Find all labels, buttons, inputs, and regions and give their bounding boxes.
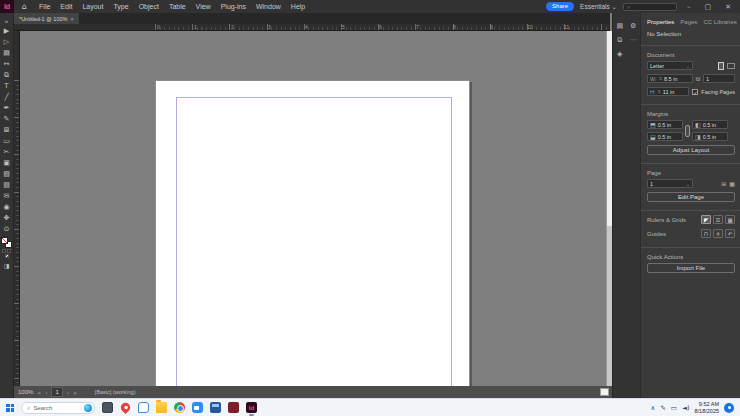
previous-page-icon[interactable]: ‹ <box>45 389 47 396</box>
pages-panel-icon[interactable]: ▤ <box>616 23 623 30</box>
clear-guides-icon[interactable]: ↶ <box>725 229 735 238</box>
close-button[interactable]: ✕ <box>721 3 735 11</box>
overflow-icon[interactable]: ⋯ <box>630 37 637 44</box>
indesign-taskbar-icon[interactable]: Id <box>246 402 257 413</box>
margin-inside-field[interactable]: ◧ 0.5 in <box>692 120 728 129</box>
app-search-input[interactable]: ⌕ <box>623 3 677 11</box>
rectangle-frame-tool[interactable]: ⊠ <box>1 125 13 136</box>
menu-type[interactable]: Type <box>108 3 133 10</box>
screen-mode-icon[interactable]: ◨ <box>1 260 13 271</box>
minimize-button[interactable]: – <box>683 3 695 11</box>
rulers-toggle-icon[interactable]: ◤ <box>701 215 711 224</box>
type-tool[interactable]: T <box>1 81 13 92</box>
import-file-button[interactable]: Import File <box>647 263 735 273</box>
content-collector-tool[interactable]: ⧉ <box>1 70 13 81</box>
gear-icon[interactable]: ⚙ <box>630 23 636 30</box>
links-panel-icon[interactable]: ⧉ <box>617 37 622 44</box>
chrome-icon[interactable] <box>174 402 185 413</box>
tray-volume-icon[interactable]: ◄) <box>682 404 690 412</box>
document-tab[interactable]: *Untitled-1 @ 100% × <box>14 13 79 24</box>
menu-file[interactable]: File <box>34 3 55 10</box>
add-page-icon[interactable]: ⊞ <box>721 180 726 187</box>
menu-layout[interactable]: Layout <box>77 3 108 10</box>
add-guides-icon[interactable]: ✛ <box>713 229 723 238</box>
menu-view[interactable]: View <box>191 3 216 10</box>
menu-plugins[interactable]: Plug-ins <box>216 3 251 10</box>
height-field[interactable]: H: ⇅ 11 in <box>647 87 689 96</box>
tab-cc-libraries[interactable]: CC Libraries <box>703 19 736 25</box>
taskbar-chat-icon[interactable] <box>138 402 149 413</box>
free-transform-tool[interactable]: ▣ <box>1 158 13 169</box>
rectangle-tool[interactable]: ▭ <box>1 136 13 147</box>
tray-pen-icon[interactable]: ✎ <box>660 404 665 412</box>
document-page[interactable] <box>155 80 470 386</box>
home-icon[interactable]: ⌂ <box>22 2 27 11</box>
taskbar-maroon-app-icon[interactable] <box>228 402 239 413</box>
gradient-swatch-tool[interactable]: ▧ <box>1 169 13 180</box>
current-page-dropdown[interactable]: 1 ⌄ <box>647 179 693 188</box>
stepper-icon[interactable]: ⇅ <box>658 89 661 94</box>
taskbar-app-window-icon[interactable] <box>102 402 113 413</box>
zoom-tool[interactable]: ⊙ <box>1 224 13 235</box>
first-page-icon[interactable]: « <box>37 389 41 396</box>
horizontal-ruler[interactable]: 0 1 2 3 4 5 6 7 8 9 10 11 <box>14 24 610 31</box>
notification-icon[interactable] <box>724 403 734 413</box>
document-grid-icon[interactable]: ▦ <box>725 215 735 224</box>
pages-count-field[interactable]: 1 <box>703 74 735 83</box>
baseline-grid-icon[interactable]: ☰ <box>713 215 723 224</box>
portrait-orientation-icon[interactable] <box>718 62 724 70</box>
taskbar-blue-app-icon[interactable] <box>210 402 221 413</box>
landscape-orientation-icon[interactable] <box>727 63 735 69</box>
margin-outside-field[interactable]: ◨ 0.5 in <box>692 132 728 141</box>
adjust-layout-button[interactable]: Adjust Layout <box>647 145 735 155</box>
menu-table[interactable]: Table <box>164 3 191 10</box>
scissors-tool[interactable]: ✂ <box>1 147 13 158</box>
gradient-feather-tool[interactable]: ▨ <box>1 180 13 191</box>
layers-panel-icon[interactable]: ◈ <box>617 51 622 58</box>
indesign-app-icon[interactable]: Id <box>0 0 14 13</box>
maximize-button[interactable]: ▢ <box>701 3 716 11</box>
stepper-icon[interactable]: ⇅ <box>659 76 662 81</box>
margin-bottom-field[interactable]: ⬓ 0.5 in <box>647 132 683 141</box>
vertical-ruler[interactable] <box>14 31 20 386</box>
page-tool[interactable]: ▤ <box>1 48 13 59</box>
start-button[interactable] <box>6 404 14 412</box>
gap-tool[interactable]: ↔ <box>1 59 13 70</box>
direct-selection-tool[interactable]: ▷ <box>1 37 13 48</box>
width-field[interactable]: W: ⇅ 8.5 in <box>647 74 693 83</box>
preflight-status[interactable]: [Basic] (working) <box>95 389 136 395</box>
taskbar-search-input[interactable]: ⌕ Search <box>21 402 95 414</box>
pasteboard[interactable] <box>20 31 606 386</box>
note-tool[interactable]: ✉ <box>1 191 13 202</box>
fill-swatch[interactable] <box>1 237 8 244</box>
next-page-icon[interactable]: › <box>67 389 69 396</box>
formatting-affects-text-icon[interactable] <box>7 249 11 253</box>
delete-page-icon[interactable]: ▦ <box>729 180 735 187</box>
margin-top-field[interactable]: ⬒ 0.5 in <box>647 120 683 129</box>
selection-tool[interactable]: ▶ <box>1 26 13 37</box>
share-button[interactable]: Share <box>546 2 574 11</box>
hand-tool[interactable]: ✥ <box>1 213 13 224</box>
formatting-affects-container-icon[interactable] <box>2 249 6 253</box>
last-page-icon[interactable]: » <box>73 389 77 396</box>
tab-close-icon[interactable]: × <box>70 16 73 22</box>
tray-display-icon[interactable]: ▭ <box>671 404 677 412</box>
page-size-dropdown[interactable]: Letter ⌄ <box>647 61 693 70</box>
tab-properties[interactable]: Properties <box>647 19 674 25</box>
page-number-dropdown[interactable]: 1 <box>51 387 62 397</box>
apply-none-icon[interactable] <box>5 254 9 258</box>
file-explorer-icon[interactable] <box>156 402 167 413</box>
workspace-switcher[interactable]: Essentials ⌄ <box>580 3 617 11</box>
system-clock[interactable]: 9:52 AM 8/18/2025 <box>695 401 719 414</box>
taskbar-pin-app-icon[interactable] <box>119 401 132 414</box>
link-margins-icon[interactable] <box>685 125 690 137</box>
fill-stroke-swatches[interactable] <box>1 237 12 248</box>
tray-chevron-up-icon[interactable]: ∧ <box>651 404 656 412</box>
menu-window[interactable]: Window <box>251 3 286 10</box>
tab-pages[interactable]: Pages <box>680 19 697 25</box>
facing-pages-checkbox[interactable]: ✓ <box>692 89 698 95</box>
lock-guides-icon[interactable]: ⊓ <box>701 229 711 238</box>
pencil-tool[interactable]: ✎ <box>1 114 13 125</box>
zoom-app-icon[interactable] <box>192 402 203 413</box>
line-tool[interactable]: ╱ <box>1 92 13 103</box>
